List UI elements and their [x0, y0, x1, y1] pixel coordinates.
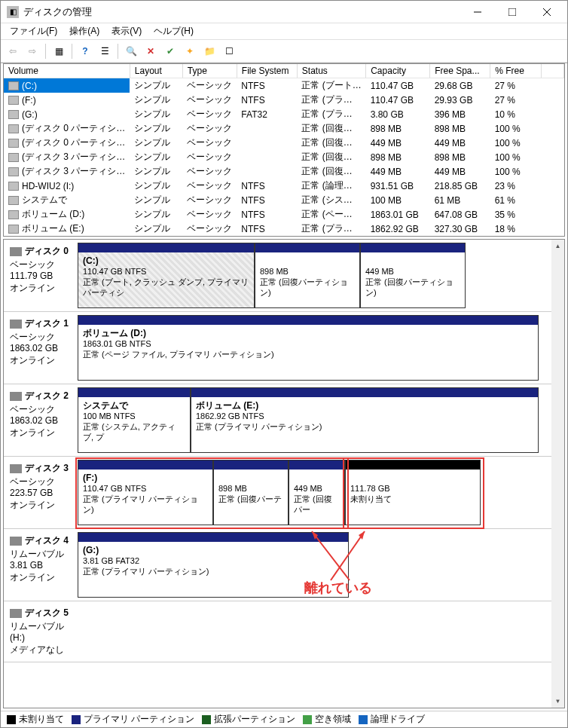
check-icon[interactable]: ✔	[161, 42, 179, 60]
col-fs[interactable]: File System	[237, 64, 297, 78]
app-icon: ◧	[7, 6, 19, 18]
disk-partitions: システムで100 MB NTFS正常 (システム, アクティブ, プボリューム …	[78, 387, 560, 453]
volume-table[interactable]: Volume Layout Type File System Status Ca…	[4, 64, 564, 236]
legend: 未割り当てプライマリ パーティション拡張パーティション空き領域論理ドライブ	[1, 711, 567, 727]
disk-partitions	[78, 604, 560, 659]
disk-info: ディスク 1ベーシック1863.02 GBオンライン	[8, 315, 78, 381]
table-row[interactable]: (F:)シンプルベーシックNTFS正常 (プラ…110.47 GB29.93 G…	[4, 93, 564, 107]
disk-row[interactable]: ディスク 4リムーバブル3.81 GBオンライン(G:)3.81 GB FAT3…	[4, 529, 564, 601]
disk-info: ディスク 3ベーシック223.57 GBオンライン	[8, 460, 78, 525]
disk-partitions: (G:)3.81 GB FAT32正常 (プライマリ パーティション)	[78, 532, 560, 598]
disk-info: ディスク 0ベーシック111.79 GBオンライン	[8, 243, 78, 308]
menu-view[interactable]: 表示(V)	[105, 23, 148, 39]
table-row[interactable]: (ディスク 0 パーティシ…シンプルベーシック正常 (回復…449 MB449 …	[4, 136, 564, 150]
menu-action[interactable]: 操作(A)	[63, 23, 105, 39]
volume-list-pane[interactable]: Volume Layout Type File System Status Ca…	[3, 63, 565, 237]
views-button[interactable]: ▦	[50, 42, 68, 60]
disk-info: ディスク 5リムーバブル (H:)メディアなし	[8, 604, 78, 659]
partition[interactable]: 898 MB正常 (回復パーテ	[213, 460, 289, 525]
col-volume[interactable]: Volume	[4, 64, 130, 78]
disk-row[interactable]: ディスク 0ベーシック111.79 GBオンライン(C:)110.47 GB N…	[4, 240, 564, 312]
col-pct[interactable]: % Free	[490, 64, 542, 78]
disk-partitions: ボリューム (D:)1863.01 GB NTFS正常 (ページ ファイル, プ…	[78, 315, 560, 381]
disk-row[interactable]: ディスク 3ベーシック223.57 GBオンライン(F:)110.47 GB N…	[4, 457, 564, 529]
col-free[interactable]: Free Spa...	[430, 64, 490, 78]
table-row[interactable]: (ディスク 0 パーティシ…シンプルベーシック正常 (回復…898 MB898 …	[4, 121, 564, 136]
disk-row[interactable]: ディスク 2ベーシック1863.02 GBオンラインシステムで100 MB NT…	[4, 384, 564, 457]
scroll-down-icon[interactable]: ▼	[551, 695, 564, 708]
window-icon[interactable]: ☐	[220, 42, 238, 60]
legend-item: 未割り当て	[7, 713, 64, 726]
new-icon[interactable]: ✦	[181, 42, 199, 60]
partition[interactable]: ボリューム (E:)1862.92 GB NTFS正常 (プライマリ パーティシ…	[191, 387, 539, 453]
menu-file[interactable]: ファイル(F)	[4, 23, 63, 39]
window-title: ディスクの管理	[23, 5, 460, 19]
svg-rect-1	[508, 8, 516, 16]
back-button[interactable]: ⇦	[4, 42, 22, 60]
partition[interactable]: 449 MB正常 (回復パーティション)	[360, 243, 466, 308]
help-icon[interactable]: ?	[76, 42, 94, 60]
legend-item: 論理ドライブ	[359, 713, 425, 726]
disk-info: ディスク 4リムーバブル3.81 GBオンライン	[8, 532, 78, 598]
close-button[interactable]	[530, 2, 564, 23]
minimize-button[interactable]	[460, 2, 495, 23]
title-bar: ◧ ディスクの管理	[1, 1, 567, 23]
disk-graphic-pane[interactable]: ディスク 0ベーシック111.79 GBオンライン(C:)110.47 GB N…	[3, 239, 565, 708]
partition[interactable]: (C:)110.47 GB NTFS正常 (ブート, クラッシュ ダンプ, プラ…	[78, 243, 255, 308]
list-icon[interactable]: ☰	[96, 42, 114, 60]
disk-row[interactable]: ディスク 5リムーバブル (H:)メディアなし	[4, 601, 564, 662]
menu-help[interactable]: ヘルプ(H)	[148, 23, 200, 39]
legend-item: 空き領域	[303, 713, 351, 726]
partition[interactable]: 449 MB正常 (回復パー	[289, 460, 345, 525]
table-row[interactable]: ボリューム (D:)シンプルベーシックNTFS正常 (ペー…1863.01 GB…	[4, 207, 564, 222]
col-layout[interactable]: Layout	[130, 64, 182, 78]
table-row[interactable]: (C:)シンプルベーシックNTFS正常 (ブート…110.47 GB29.68 …	[4, 78, 564, 93]
disk-info: ディスク 2ベーシック1863.02 GBオンライン	[8, 387, 78, 453]
disk-partitions: (F:)110.47 GB NTFS正常 (プライマリ パーティション)898 …	[78, 460, 560, 525]
legend-item: プライマリ パーティション	[72, 713, 194, 726]
partition[interactable]: (G:)3.81 GB FAT32正常 (プライマリ パーティション)	[78, 532, 349, 598]
table-row[interactable]: ボリューム (E:)シンプルベーシックNTFS正常 (プラ…1862.92 GB…	[4, 222, 564, 236]
col-status[interactable]: Status	[297, 64, 365, 78]
partition[interactable]: 898 MB正常 (回復パーティション)	[255, 243, 360, 308]
scrollbar[interactable]: ▲ ▼	[551, 240, 564, 708]
disk-partitions: (C:)110.47 GB NTFS正常 (ブート, クラッシュ ダンプ, プラ…	[78, 243, 560, 308]
table-row[interactable]: (G:)シンプルベーシックFAT32正常 (プラ…3.80 GB396 MB10…	[4, 107, 564, 121]
menu-bar: ファイル(F) 操作(A) 表示(V) ヘルプ(H)	[1, 23, 567, 40]
disk-row[interactable]: ディスク 1ベーシック1863.02 GBオンラインボリューム (D:)1863…	[4, 312, 564, 384]
partition[interactable]: システムで100 MB NTFS正常 (システム, アクティブ, プ	[78, 387, 191, 453]
col-capacity[interactable]: Capacity	[366, 64, 430, 78]
table-row[interactable]: HD-WIU2 (I:)シンプルベーシックNTFS正常 (論理…931.51 G…	[4, 179, 564, 193]
col-spare[interactable]	[542, 64, 564, 78]
table-row[interactable]: (ディスク 3 パーティシ…シンプルベーシック正常 (回復…898 MB898 …	[4, 150, 564, 164]
forward-button[interactable]: ⇨	[23, 42, 41, 60]
column-header-row[interactable]: Volume Layout Type File System Status Ca…	[4, 64, 564, 78]
partition[interactable]: (F:)110.47 GB NTFS正常 (プライマリ パーティション)	[78, 460, 213, 525]
refresh-icon[interactable]: 🔍	[122, 42, 140, 60]
partition[interactable]: 111.78 GB未割り当て	[345, 460, 481, 525]
maximize-button[interactable]	[495, 2, 530, 23]
scroll-up-icon[interactable]: ▲	[551, 240, 564, 252]
toolbar: ⇦ ⇨ ▦ ? ☰ 🔍 ✕ ✔ ✦ 📁 ☐	[1, 40, 567, 63]
legend-item: 拡張パーティション	[202, 713, 295, 726]
partition[interactable]: ボリューム (D:)1863.01 GB NTFS正常 (ページ ファイル, プ…	[78, 315, 539, 381]
table-row[interactable]: (ディスク 3 パーティシ…シンプルベーシック正常 (回復…449 MB449 …	[4, 164, 564, 179]
col-type[interactable]: Type	[182, 64, 237, 78]
delete-icon[interactable]: ✕	[142, 42, 160, 60]
table-row[interactable]: システムでシンプルベーシックNTFS正常 (シス…100 MB61 MB61 %	[4, 193, 564, 207]
folder-icon[interactable]: 📁	[200, 42, 218, 60]
